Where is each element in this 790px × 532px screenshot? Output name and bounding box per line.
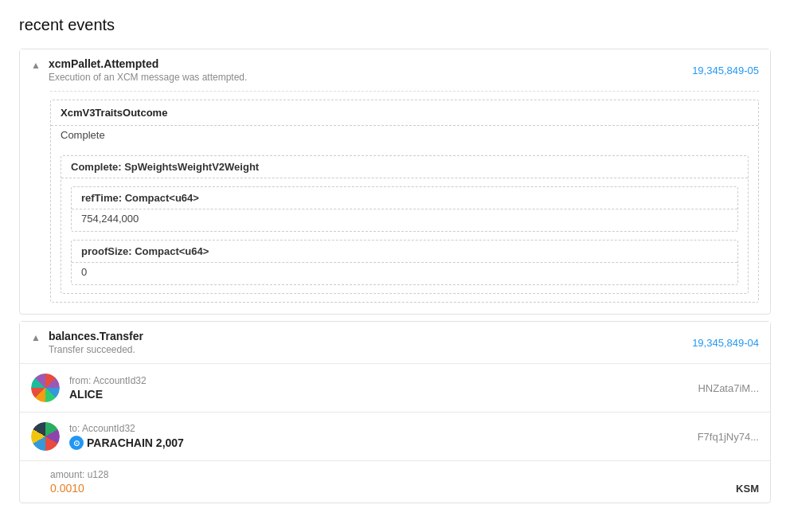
sp-weights-header: Complete: SpWeightsWeightV2Weight <box>61 156 748 178</box>
event-name-block-1: xcmPallet.Attempted Execution of an XCM … <box>49 57 247 83</box>
from-row-left: from: AccountId32 ALICE <box>31 374 147 402</box>
from-value-row: ALICE <box>69 388 147 401</box>
from-row: from: AccountId32 ALICE HNZata7iM... <box>20 363 770 412</box>
ref-time-section: refTime: Compact<u64> 754,244,000 <box>71 186 738 232</box>
proof-size-section: proofSize: Compact<u64> 0 <box>71 240 738 285</box>
to-row: to: AccountId32 ⊙ PARACHAIN 2,007 F7fq1j… <box>20 412 770 460</box>
event-desc-2: Transfer succeeded. <box>49 344 143 355</box>
to-value-row: ⊙ PARACHAIN 2,007 <box>69 436 184 450</box>
event-block-num-2[interactable]: 19,345,849-04 <box>692 337 759 349</box>
ref-time-value: 754,244,000 <box>72 209 737 231</box>
event-balances-transfer: ▲ balances.Transfer Transfer succeeded. … <box>19 321 771 503</box>
to-address: F7fq1jNy74... <box>698 431 759 443</box>
parachain-icon: ⊙ <box>69 436 84 450</box>
page-title: recent events <box>19 16 771 34</box>
from-info: from: AccountId32 ALICE <box>69 375 147 401</box>
event-name-1: xcmPallet.Attempted <box>49 57 247 70</box>
amount-currency: KSM <box>736 483 759 495</box>
to-row-left: to: AccountId32 ⊙ PARACHAIN 2,007 <box>31 422 184 451</box>
proof-size-header: proofSize: Compact<u64> <box>72 241 737 263</box>
amount-row: amount: u128 0.0010 KSM <box>20 460 770 503</box>
event-header-left-2: ▲ balances.Transfer Transfer succeeded. <box>31 330 143 355</box>
event-content-1: XcmV3TraitsOutcome Complete Complete: Sp… <box>50 91 759 303</box>
xcm-traits-outcome-value: Complete <box>51 126 758 147</box>
event-xcm-pallet-attempted: ▲ xcmPallet.Attempted Execution of an XC… <box>19 49 771 315</box>
xcm-traits-outcome-section: XcmV3TraitsOutcome Complete Complete: Sp… <box>50 100 759 303</box>
parachain-badge: ⊙ PARACHAIN 2,007 <box>69 436 184 450</box>
xcm-nested-inner: Complete: SpWeightsWeightV2Weight refTim… <box>51 155 758 294</box>
event-block-num-1[interactable]: 19,345,849-05 <box>692 65 759 76</box>
from-address: HNZata7iM... <box>698 382 759 394</box>
to-label: to: AccountId32 <box>69 423 184 434</box>
from-account-name: ALICE <box>69 388 103 401</box>
event-desc-1: Execution of an XCM message was attempte… <box>49 72 247 83</box>
xcm-traits-outcome-header: XcmV3TraitsOutcome <box>51 100 758 126</box>
parachain-avatar <box>31 422 60 451</box>
to-account-name: PARACHAIN 2,007 <box>87 436 184 449</box>
alice-avatar <box>31 374 60 402</box>
event-header-left-1: ▲ xcmPallet.Attempted Execution of an XC… <box>31 57 247 83</box>
parachain-avatar-graphic <box>31 422 60 451</box>
sp-weights-section: Complete: SpWeightsWeightV2Weight refTim… <box>61 155 749 294</box>
amount-value: 0.0010 <box>50 482 84 495</box>
to-info: to: AccountId32 ⊙ PARACHAIN 2,007 <box>69 423 184 450</box>
event-name-block-2: balances.Transfer Transfer succeeded. <box>49 330 143 355</box>
from-label: from: AccountId32 <box>69 375 147 386</box>
amount-label: amount: u128 <box>50 469 759 480</box>
chevron-icon-1[interactable]: ▲ <box>31 60 41 71</box>
ref-time-header: refTime: Compact<u64> <box>72 187 737 209</box>
proof-size-value: 0 <box>72 263 737 284</box>
event-header-2: ▲ balances.Transfer Transfer succeeded. … <box>20 322 770 363</box>
amount-value-row: 0.0010 KSM <box>50 482 759 495</box>
page-container: recent events ▲ xcmPallet.Attempted Exec… <box>0 0 790 519</box>
event-name-2: balances.Transfer <box>49 330 143 342</box>
event-header-1: ▲ xcmPallet.Attempted Execution of an XC… <box>20 49 770 91</box>
alice-avatar-graphic <box>31 374 60 402</box>
chevron-icon-2[interactable]: ▲ <box>31 332 41 343</box>
sp-weights-inner: refTime: Compact<u64> 754,244,000 proofS… <box>61 186 748 285</box>
